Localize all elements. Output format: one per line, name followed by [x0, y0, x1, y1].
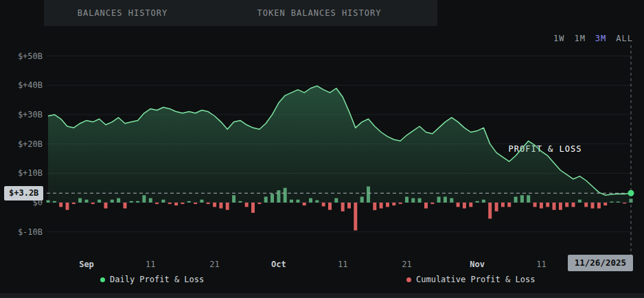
daily-pnl-bar [584, 203, 588, 207]
x-axis-label: 11 [146, 260, 155, 269]
daily-pnl-bar [482, 200, 485, 203]
daily-pnl-bar [315, 200, 319, 203]
daily-pnl-bar [53, 201, 56, 203]
y-axis-label: $+10B [18, 168, 43, 178]
daily-pnl-bar [111, 200, 114, 203]
daily-pnl-bar [546, 203, 549, 207]
daily-pnl-bar [488, 203, 492, 218]
daily-pnl-bar [142, 195, 146, 203]
daily-pnl-bar [597, 203, 601, 209]
daily-pnl-bar [392, 203, 395, 205]
daily-pnl-bar [155, 203, 159, 204]
daily-pnl-bar [437, 196, 441, 203]
daily-pnl-bar [444, 196, 447, 203]
legend-daily-label: Daily Profit & Loss [110, 275, 204, 284]
current-value-badge: $+3.2B [4, 186, 43, 200]
daily-pnl-bar [463, 203, 466, 209]
legend-cumulative-pnl[interactable]: Cumulative Profit & Loss [406, 275, 535, 284]
y-axis-label: $+30B [18, 110, 43, 119]
daily-pnl-bar [174, 203, 178, 205]
daily-pnl-bar [257, 203, 261, 204]
daily-pnl-bar [457, 203, 460, 207]
profit-loss-screen: BALANCES HISTORY TOKEN BALANCES HISTORY … [0, 0, 644, 298]
daily-pnl-bar [334, 198, 338, 203]
daily-pnl-bar [149, 198, 152, 203]
daily-pnl-bar [187, 201, 191, 203]
daily-pnl-bar [424, 203, 428, 209]
daily-pnl-bar [610, 202, 614, 203]
daily-pnl-bar [405, 196, 409, 203]
daily-pnl-bar [232, 195, 235, 203]
y-axis-label: $+20B [18, 139, 43, 149]
daily-pnl-bar [341, 203, 345, 211]
daily-pnl-bar [495, 203, 498, 211]
daily-pnl-bar [603, 203, 607, 205]
daily-pnl-bar [296, 200, 299, 203]
daily-pnl-bar [124, 203, 127, 209]
daily-pnl-bar [591, 203, 595, 209]
chart-legend: Daily Profit & Loss Cumulative Profit & … [0, 275, 644, 290]
daily-pnl-bar [469, 203, 472, 207]
y-axis-label: $+50B [18, 51, 43, 61]
y-axis-label: $-10B [18, 227, 43, 237]
daily-pnl-bar [418, 198, 422, 203]
daily-pnl-bar [66, 203, 69, 210]
daily-pnl-bar [507, 203, 511, 207]
daily-pnl-bar [411, 198, 415, 203]
daily-pnl-bar [559, 203, 562, 210]
x-axis-label: 11 [338, 260, 347, 269]
daily-pnl-bar [527, 195, 530, 203]
legend-daily-pnl[interactable]: Daily Profit & Loss [100, 275, 204, 284]
daily-pnl-bar [430, 203, 434, 204]
daily-pnl-bar [59, 203, 62, 207]
daily-pnl-bar [284, 188, 287, 203]
daily-pnl-bar [290, 200, 293, 203]
daily-pnl-bar [520, 195, 524, 203]
daily-pnl-bar [514, 196, 518, 203]
daily-pnl-bar [245, 203, 249, 207]
daily-pnl-bar [450, 198, 453, 203]
pnl-chart[interactable]: $+50B$+40B$+30B$+20B$+10B$0$-10BSep1121O… [0, 0, 644, 298]
daily-pnl-bar [476, 201, 479, 203]
daily-pnl-bar [168, 203, 172, 204]
daily-pnl-bar [251, 203, 255, 213]
daily-pnl-bar [238, 201, 242, 203]
x-axis-label: Oct [271, 260, 286, 269]
x-axis-label: 21 [402, 260, 411, 269]
daily-pnl-bar [97, 200, 101, 203]
daily-pnl-bar [533, 203, 537, 207]
daily-pnl-bar [572, 203, 575, 207]
daily-pnl-bar [373, 203, 376, 210]
daily-pnl-bar [200, 200, 203, 203]
legend-cumulative-dot [406, 277, 411, 282]
daily-pnl-bar [264, 196, 268, 203]
daily-pnl-bar [623, 203, 626, 204]
daily-pnl-bar [553, 203, 556, 210]
daily-pnl-bar [501, 203, 505, 207]
bottom-bar [0, 293, 644, 298]
daily-pnl-bar [303, 203, 306, 205]
daily-pnl-bar [181, 203, 184, 204]
daily-pnl-bar [207, 203, 210, 204]
daily-pnl-bar [72, 203, 76, 204]
current-date-badge: 11/26/2025 [568, 255, 633, 271]
daily-pnl-bar [78, 198, 82, 203]
legend-cumulative-label: Cumulative Profit & Loss [416, 275, 535, 284]
daily-pnl-bar [360, 196, 364, 203]
daily-pnl-bar [130, 201, 133, 203]
daily-pnl-bar [161, 200, 165, 203]
daily-pnl-bar [309, 198, 312, 203]
y-axis-label: $+40B [18, 80, 43, 90]
daily-pnl-bar [354, 203, 357, 231]
daily-pnl-bar [213, 203, 216, 207]
daily-pnl-bar [540, 203, 543, 209]
daily-pnl-bar [367, 187, 370, 203]
daily-pnl-bar [271, 194, 274, 203]
current-value-marker [628, 190, 634, 196]
daily-pnl-bar [328, 203, 332, 210]
daily-pnl-bar [47, 200, 50, 203]
daily-pnl-bar [219, 203, 222, 209]
daily-pnl-bar [85, 200, 89, 203]
daily-pnl-bar [277, 190, 280, 203]
daily-pnl-bar [386, 203, 389, 207]
